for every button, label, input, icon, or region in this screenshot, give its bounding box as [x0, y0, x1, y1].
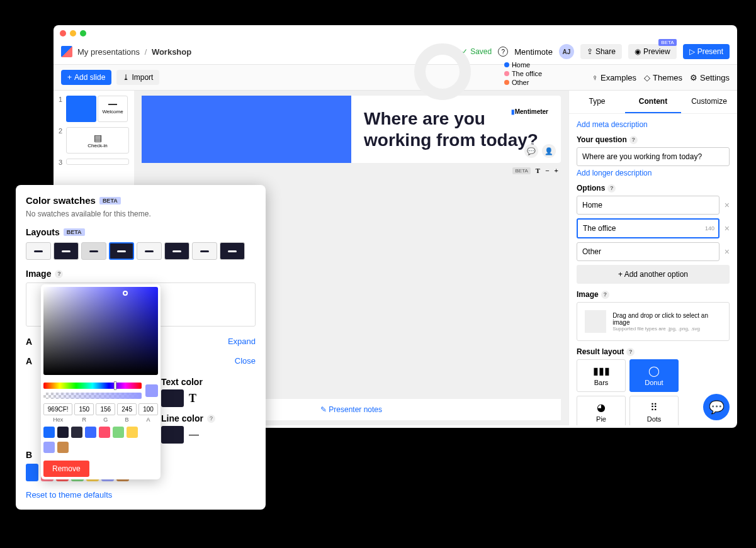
person-icon[interactable]: 👤	[542, 144, 556, 158]
themes-link[interactable]: ◇Themes	[644, 73, 682, 82]
preset-swatch[interactable]	[43, 427, 55, 438]
layout-thumb[interactable]	[220, 242, 245, 260]
doc-icon: ▤	[94, 133, 102, 143]
r-input[interactable]	[74, 403, 94, 415]
layout-thumb[interactable]	[192, 242, 217, 260]
help-icon[interactable]: ?	[626, 348, 635, 356]
layout-thumb[interactable]	[81, 242, 106, 260]
remove-button[interactable]: Remove	[43, 461, 89, 477]
option-input[interactable]	[577, 242, 719, 261]
help-icon[interactable]: ?	[601, 291, 609, 299]
image-dropzone[interactable]: Drag and drop or click to select an imag…	[577, 302, 730, 341]
option-input[interactable]	[577, 218, 719, 238]
legend-item: The office	[504, 70, 542, 77]
topbar: My presentations / Workshop ✓ Saved ? Me…	[54, 42, 737, 65]
avatar[interactable]: AJ	[559, 44, 574, 59]
layout-donut[interactable]: ◯Donut	[629, 359, 679, 392]
breadcrumb-current[interactable]: Workshop	[152, 47, 191, 57]
layouts-title: LayoutsBETA	[26, 227, 256, 237]
alpha-slider[interactable]	[43, 393, 142, 399]
add-meta-link[interactable]: Add meta description	[577, 120, 730, 129]
layout-thumb[interactable]	[109, 242, 134, 260]
saturation-gradient[interactable]	[43, 287, 158, 375]
help-icon[interactable]: ?	[607, 184, 616, 193]
slide-thumb[interactable]: Welcome	[98, 96, 128, 122]
help-icon[interactable]: ?	[55, 270, 63, 278]
eye-icon: ◉	[635, 47, 641, 56]
breadcrumb-root[interactable]: My presentations	[77, 47, 140, 57]
hex-input[interactable]	[43, 403, 72, 415]
share-button[interactable]: ⇪Share	[580, 44, 622, 59]
image-subhint: Supported file types are .jpg, .png, .sv…	[612, 326, 721, 332]
reset-theme-link[interactable]: Reset to theme defaults	[26, 490, 256, 500]
donut-chart	[414, 43, 471, 100]
text-icon: T	[189, 392, 196, 405]
zoom-in-icon[interactable]: +	[555, 167, 558, 174]
slide-canvas[interactable]: Where are you working from today? ▮Menti…	[142, 96, 561, 163]
settings-link[interactable]: ⚙Settings	[690, 73, 730, 82]
layout-thumbnails	[26, 242, 256, 260]
add-slide-button[interactable]: +Add slide	[61, 70, 111, 85]
gradient-cursor-icon[interactable]	[123, 291, 128, 296]
intercom-chat-icon[interactable]: 💬	[703, 394, 730, 420]
line-color-chip[interactable]	[161, 426, 184, 444]
preset-swatch[interactable]	[71, 427, 82, 438]
text-color-chip[interactable]	[161, 389, 184, 407]
slide-item[interactable]: 3	[59, 159, 129, 166]
hue-cursor-icon[interactable]	[114, 381, 116, 390]
question-input[interactable]	[577, 147, 730, 166]
chat-icon[interactable]: 💬	[524, 144, 538, 158]
slide-thumb[interactable]	[66, 96, 96, 122]
remove-option-icon[interactable]: ×	[725, 247, 730, 257]
import-button[interactable]: ⤓Import	[116, 70, 159, 85]
bar-swatch[interactable]	[26, 464, 38, 481]
preset-swatch[interactable]	[57, 442, 69, 453]
preset-swatch[interactable]	[57, 427, 69, 438]
layout-thumb[interactable]	[26, 242, 51, 260]
b-input[interactable]	[117, 403, 137, 415]
partial-label: A	[26, 356, 32, 366]
layout-dots[interactable]: ⠿Dots	[629, 396, 679, 425]
close-link[interactable]: Close	[235, 356, 256, 366]
layout-thumb[interactable]	[164, 242, 189, 260]
help-icon[interactable]: ?	[629, 136, 638, 144]
preset-swatch[interactable]	[43, 442, 55, 453]
minimize-window-icon[interactable]	[70, 30, 76, 36]
hue-slider[interactable]	[43, 383, 142, 389]
expand-link[interactable]: Expand	[228, 337, 256, 346]
add-longer-link[interactable]: Add longer description	[577, 169, 730, 177]
line-icon: —	[189, 429, 199, 440]
zoom-out-icon[interactable]: −	[545, 167, 549, 174]
layout-pie[interactable]: ◕Pie	[577, 396, 626, 425]
breadcrumb[interactable]: My presentations / Workshop	[77, 47, 191, 57]
preview-button[interactable]: ◉Preview	[628, 44, 677, 59]
preset-swatch[interactable]	[85, 427, 96, 438]
tab-customize[interactable]: Customize	[681, 91, 737, 113]
mentimote-link[interactable]: Mentimote	[514, 47, 553, 57]
text-tool-icon[interactable]: T	[536, 167, 540, 174]
layout-thumb[interactable]	[137, 242, 162, 260]
remove-option-icon[interactable]: ×	[725, 223, 730, 233]
preset-swatch[interactable]	[99, 427, 110, 438]
slide-thumb[interactable]: ▤Check-in	[66, 127, 129, 154]
maximize-window-icon[interactable]	[80, 30, 86, 36]
tab-content[interactable]: Content	[625, 91, 681, 113]
help-icon[interactable]: ?	[498, 47, 508, 57]
slide-item[interactable]: 2 ▤Check-in	[59, 127, 129, 154]
a-input[interactable]	[138, 403, 158, 415]
slide-item[interactable]: 1 Welcome	[59, 96, 129, 122]
option-input[interactable]	[577, 196, 719, 215]
add-option-button[interactable]: + Add another option	[577, 265, 730, 284]
present-button[interactable]: ▷Present	[683, 44, 730, 59]
preset-swatch[interactable]	[127, 427, 138, 438]
close-window-icon[interactable]	[60, 30, 66, 36]
layout-bars[interactable]: ▮▮▮Bars	[577, 359, 626, 392]
help-icon[interactable]: ?	[207, 415, 215, 423]
g-input[interactable]	[96, 403, 115, 415]
preset-swatch[interactable]	[113, 427, 124, 438]
layout-thumb[interactable]	[54, 242, 79, 260]
examples-link[interactable]: ♀Examples	[592, 73, 636, 82]
remove-option-icon[interactable]: ×	[725, 200, 730, 210]
tab-type[interactable]: Type	[569, 91, 625, 113]
slide-thumb[interactable]	[66, 159, 129, 165]
